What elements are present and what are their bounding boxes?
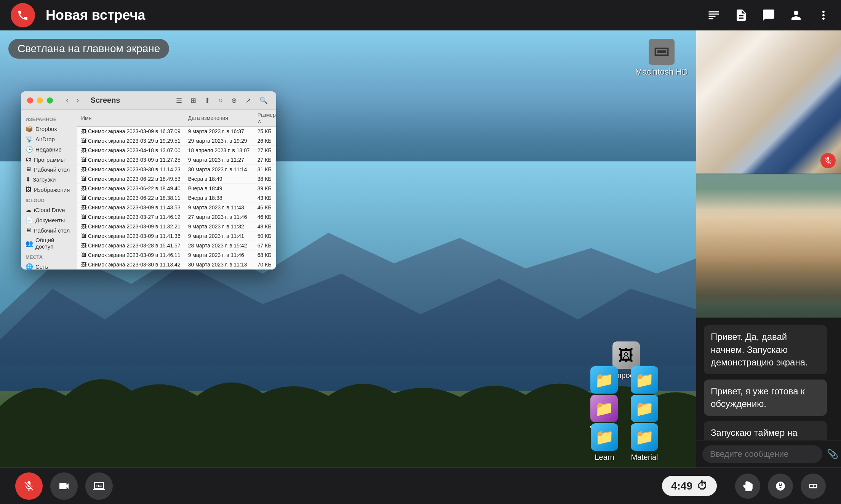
view-button[interactable] <box>801 474 826 499</box>
notes-icon[interactable] <box>707 8 721 22</box>
chat-icon[interactable] <box>762 8 775 22</box>
chat-message-1: Привет. Да, давай начнем. Запускаю демон… <box>704 325 827 374</box>
sidebar-favorites-label: Избранное <box>21 113 77 124</box>
chat-input-bar: 📎 😊 ➤ <box>696 440 841 467</box>
minimize-window-button[interactable] <box>37 97 43 104</box>
tag-button[interactable]: ○ <box>216 95 225 105</box>
table-row[interactable]: 🖼Снимок экрана 2023-03-09 в 11.27.25 9 м… <box>77 155 276 165</box>
desktop-icon-learn[interactable]: 📁 Learn <box>591 423 618 462</box>
chat-message-3: Запускаю таймер на обсуждение. <box>704 421 827 440</box>
file-table: Имя Дата изменения Размер ∧ Тип 🖼Снимок … <box>77 110 276 270</box>
timer-icon: ⏱ <box>697 480 708 492</box>
bottom-center-buttons <box>735 474 826 499</box>
table-row[interactable]: 🖼Снимок экрана 2023-03-09 в 11.32.21 9 м… <box>77 222 276 231</box>
participant-1-video <box>696 30 841 174</box>
reaction-button[interactable] <box>768 474 793 499</box>
table-row[interactable]: 🖼Снимок экрана 2023-04-18 в 13.07.00 18 … <box>77 146 276 155</box>
sidebar-places-label: Места <box>21 251 77 262</box>
sidebar-item-shared[interactable]: 👥Общий доступ <box>21 235 77 251</box>
right-panel: Привет. Да, давай начнем. Запускаю демон… <box>696 30 841 467</box>
participant-2-video <box>696 174 841 318</box>
finder-titlebar: ‹ › Screens ☰ ⊞ ⬆ ○ ⊕ ↗ 🔍 <box>21 91 276 110</box>
sidebar-item-images[interactable]: 🖼Изображения <box>21 185 77 195</box>
close-window-button[interactable] <box>27 97 33 104</box>
hd-drive-icon <box>649 39 675 65</box>
share-button[interactable]: ⬆ <box>202 95 213 106</box>
search-button[interactable]: 🔍 <box>257 95 270 106</box>
finder-title: Screens <box>91 96 120 105</box>
table-row[interactable]: 🖼Снимок экрана 2023-03-30 в 11.14.23 30 … <box>77 165 276 174</box>
mute-button[interactable] <box>15 472 43 500</box>
desktop-icon-material[interactable]: 📁 Material <box>631 423 658 462</box>
finder-toolbar-right: ☰ ⊞ ⬆ ○ ⊕ ↗ 🔍 <box>174 95 270 106</box>
sidebar-item-airdrop[interactable]: 📡AirDrop <box>21 134 77 144</box>
sidebar-item-apps[interactable]: 🗂Программы <box>21 155 77 164</box>
forward-button[interactable]: › <box>73 95 82 106</box>
finder-file-list: Имя Дата изменения Размер ∧ Тип 🖼Снимок … <box>77 110 276 270</box>
table-row[interactable]: 🖼Снимок экрана 2023-06-22 в 18.38.11 Вче… <box>77 193 276 203</box>
sidebar-item-network[interactable]: 🌐Сеть <box>21 262 77 270</box>
table-row[interactable]: 🖼Снимок экрана 2023-03-09 в 11.43.53 9 м… <box>77 203 276 212</box>
chat-area: Привет. Да, давай начнем. Запускаю демон… <box>696 318 841 440</box>
table-row[interactable]: 🖼Снимок экрана 2023-03-09 в 11.46.11 9 м… <box>77 250 276 260</box>
back-button[interactable]: ‹ <box>63 95 72 106</box>
folder-icon: 📁 <box>631 366 658 394</box>
chat-message-2: Привет, я уже готова к обсуждению. <box>704 380 827 416</box>
table-row[interactable]: 🖼Снимок экрана 2023-06-22 в 18.49.40 Вче… <box>77 184 276 193</box>
maximize-window-button[interactable] <box>47 97 53 104</box>
table-row[interactable]: 🖼Снимок экрана 2023-03-09 в 11.41.36 9 м… <box>77 231 276 241</box>
top-bar-actions <box>707 8 830 22</box>
table-row[interactable]: 🖼Снимок экрана 2023-03-29 в 19.29.51 29 … <box>77 136 276 146</box>
table-row[interactable]: 🖼Снимок экрана 2023-03-27 в 11.46.12 27 … <box>77 212 276 222</box>
macintosh-hd-icon[interactable]: Macintosh HD <box>635 39 688 77</box>
more-icon[interactable] <box>817 8 830 22</box>
share-btn2[interactable]: ↗ <box>243 95 253 106</box>
sidebar-item-dropbox[interactable]: 📦Dropbox <box>21 124 77 134</box>
action-button[interactable]: ⊕ <box>229 95 239 106</box>
table-row[interactable]: 🖼Снимок экрана 2023-03-30 в 11.13.42 30 … <box>77 260 276 270</box>
screen-share-button[interactable] <box>85 472 113 500</box>
person-icon[interactable] <box>789 8 803 22</box>
attachment-icon[interactable]: 📎 <box>827 449 838 459</box>
top-bar: Новая встреча <box>0 0 841 30</box>
timer-value: 4:49 <box>671 480 692 492</box>
col-name[interactable]: Имя <box>77 110 184 127</box>
finder-nav-buttons: ‹ › <box>63 95 82 106</box>
screen-share-label: Светлана на главном экране <box>8 39 169 59</box>
col-size[interactable]: Размер ∧ <box>254 110 276 127</box>
sidebar-item-desktop[interactable]: 🖥Рабочий стол <box>21 164 77 174</box>
raise-hand-button[interactable] <box>735 474 760 499</box>
sidebar-item-downloads[interactable]: ⬇Загрузки <box>21 174 77 185</box>
meeting-title: Новая встреча <box>46 7 145 23</box>
col-date[interactable]: Дата изменения <box>184 110 254 127</box>
icon-label: Material <box>631 453 658 462</box>
file-icon: 🖼 <box>612 341 640 369</box>
sidebar-item-desktop2[interactable]: 🖥Рабочий стол <box>21 225 77 235</box>
folder-icon: 📁 <box>591 423 618 451</box>
table-row[interactable]: 🖼Снимок экрана 2023-03-14 в 12.47.56 14 … <box>77 270 276 270</box>
table-row[interactable]: 🖼Снимок экрана 2023-03-09 в 16.37.09 9 м… <box>77 127 276 136</box>
table-row[interactable]: 🖼Снимок экрана 2023-06-22 в 18.49.53 Вче… <box>77 174 276 184</box>
main-content: Светлана на главном экране Macintosh HD … <box>0 30 841 467</box>
hd-label: Macintosh HD <box>635 67 688 77</box>
finder-body: Избранное 📦Dropbox 📡AirDrop 🕒Недавние 🗂П… <box>21 110 276 270</box>
folder-icon: 📁 <box>631 395 658 422</box>
list-view-button[interactable]: ☰ <box>174 95 184 106</box>
timer-display: 4:49 ⏱ <box>662 476 717 496</box>
folder-icon: 📁 <box>631 423 658 451</box>
bottom-bar: 4:49 ⏱ <box>0 467 841 504</box>
video-button[interactable] <box>50 472 78 500</box>
participant-1-mute-icon <box>820 153 836 168</box>
document-icon[interactable] <box>734 8 748 22</box>
sidebar-item-icloud[interactable]: ☁iCloud Drive <box>21 205 77 215</box>
sidebar-item-recent[interactable]: 🕒Недавние <box>21 144 77 155</box>
grid-view-button[interactable]: ⊞ <box>188 95 198 106</box>
sidebar-item-documents[interactable]: 📄Документы <box>21 215 77 225</box>
folder-icon: 📁 <box>590 395 618 422</box>
finder-window: ‹ › Screens ☰ ⊞ ⬆ ○ ⊕ ↗ 🔍 Избранное 📦Dro <box>21 91 276 270</box>
icon-label: Learn <box>595 453 614 462</box>
table-row[interactable]: 🖼Снимок экрана 2023-03-28 в 15.41.57 28 … <box>77 241 276 250</box>
end-call-button[interactable] <box>11 3 35 27</box>
folder-icon: 📁 <box>590 366 618 394</box>
chat-input[interactable] <box>702 445 822 463</box>
